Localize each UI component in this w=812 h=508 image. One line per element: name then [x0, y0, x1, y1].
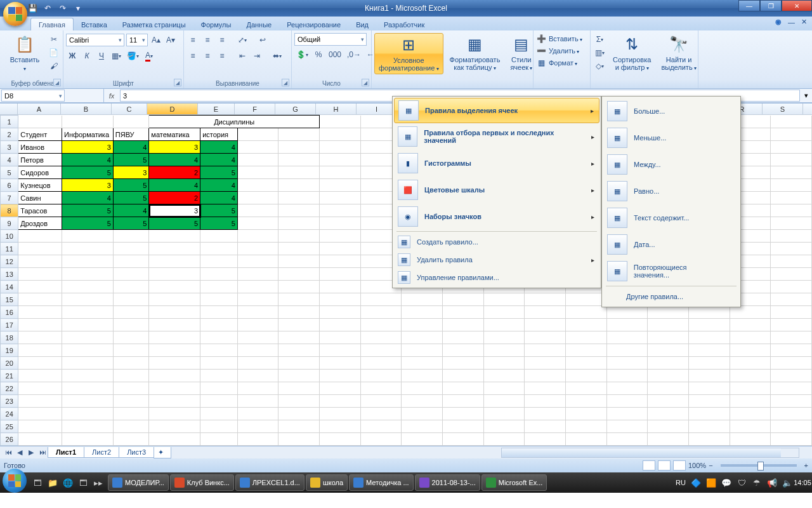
- cell-E2[interactable]: история: [200, 128, 238, 141]
- cell-S14[interactable]: [771, 281, 812, 293]
- cell-G12[interactable]: [278, 255, 320, 268]
- cell-B15[interactable]: [62, 293, 113, 306]
- cell-M16[interactable]: [525, 306, 566, 319]
- cell-F4[interactable]: [237, 154, 278, 166]
- cell-G10[interactable]: [278, 230, 320, 243]
- cell-H7[interactable]: [320, 192, 361, 204]
- cell-A21[interactable]: [18, 370, 62, 382]
- office-button[interactable]: [3, 2, 27, 26]
- cell-P23[interactable]: [648, 395, 689, 408]
- cell-G3[interactable]: [278, 141, 320, 154]
- cell-H14[interactable]: [320, 281, 361, 293]
- row-header-16[interactable]: 16: [1, 306, 18, 319]
- cell-Q24[interactable]: [688, 408, 730, 420]
- cell-A15[interactable]: [18, 293, 62, 306]
- cell-A2[interactable]: Студент: [18, 128, 62, 141]
- cell-C21[interactable]: [113, 370, 149, 382]
- cell-K19[interactable]: [443, 344, 484, 357]
- cell-C5[interactable]: 3: [113, 166, 149, 179]
- menu-highlight-cells-rules[interactable]: ▦Правила выделения ячеек▸: [394, 98, 599, 123]
- cell-J26[interactable]: [402, 433, 443, 446]
- cell-G4[interactable]: [278, 154, 320, 166]
- cell-C13[interactable]: [113, 268, 149, 281]
- cell-S23[interactable]: [771, 395, 812, 408]
- cell-Q20[interactable]: [688, 357, 730, 370]
- quicklaunch-icon-4[interactable]: ▸▸: [91, 476, 105, 490]
- cell-H22[interactable]: [320, 382, 361, 395]
- cell-F26[interactable]: [237, 433, 278, 446]
- cell-S26[interactable]: [771, 433, 812, 446]
- row-header-17[interactable]: 17: [1, 319, 18, 331]
- cell-I24[interactable]: [360, 408, 402, 420]
- cell-K20[interactable]: [443, 357, 484, 370]
- cell-C25[interactable]: [113, 420, 149, 433]
- cell-G21[interactable]: [278, 370, 320, 382]
- menu-icon-sets[interactable]: ◉Наборы значков▸: [394, 203, 599, 230]
- cell-G20[interactable]: [278, 357, 320, 370]
- cell-G25[interactable]: [278, 420, 320, 433]
- font-name-combo[interactable]: Calibri: [66, 34, 124, 46]
- cell-A4[interactable]: Петорв: [18, 154, 62, 166]
- ribbon-tab-formulas[interactable]: Формулы: [193, 18, 239, 30]
- cell-F15[interactable]: [237, 293, 278, 306]
- cell-P25[interactable]: [648, 420, 689, 433]
- menu-clear-rules[interactable]: ▦Удалить правила▸: [394, 251, 599, 269]
- cell-N24[interactable]: [566, 408, 607, 420]
- cell-K26[interactable]: [443, 433, 484, 446]
- row-header-11[interactable]: 11: [1, 243, 18, 255]
- cell-K18[interactable]: [443, 331, 484, 344]
- font-dialog-launcher[interactable]: ◢: [174, 79, 181, 86]
- cell-M25[interactable]: [525, 420, 566, 433]
- cell-K24[interactable]: [443, 408, 484, 420]
- cell-L23[interactable]: [483, 395, 525, 408]
- cell-B13[interactable]: [62, 268, 113, 281]
- cell-A18[interactable]: [18, 331, 62, 344]
- cell-L19[interactable]: [483, 344, 525, 357]
- formula-bar-expand-icon[interactable]: ▾: [801, 89, 812, 102]
- cell-I25[interactable]: [360, 420, 402, 433]
- cell-F6[interactable]: [237, 179, 278, 192]
- cell-M18[interactable]: [525, 331, 566, 344]
- sheet-nav-last-icon[interactable]: ⏭: [37, 448, 48, 457]
- sheet-tab-2[interactable]: Лист2: [84, 447, 119, 458]
- cell-O26[interactable]: [606, 433, 648, 446]
- cell-B19[interactable]: [62, 344, 113, 357]
- percent-format-icon[interactable]: %: [312, 48, 325, 61]
- sheet-tab-3[interactable]: Лист3: [119, 447, 154, 458]
- cell-R23[interactable]: [730, 395, 771, 408]
- submenu-between[interactable]: ▦Между...: [603, 151, 739, 178]
- number-dialog-launcher[interactable]: ◢: [362, 79, 369, 86]
- cell-C14[interactable]: [113, 281, 149, 293]
- delete-cells-button[interactable]: ➖Удалить: [536, 45, 582, 57]
- cell-E5[interactable]: 5: [200, 166, 238, 179]
- italic-button[interactable]: К: [81, 50, 93, 62]
- menu-data-bars[interactable]: ▮Гистограммы▸: [394, 150, 599, 177]
- taskbar-item-4[interactable]: Методичка ...: [349, 474, 414, 491]
- cell-J20[interactable]: [402, 357, 443, 370]
- cell-G18[interactable]: [278, 331, 320, 344]
- col-header-G[interactable]: G: [275, 104, 316, 114]
- cell-G17[interactable]: [278, 319, 320, 331]
- cell-S20[interactable]: [771, 357, 812, 370]
- cell-H11[interactable]: [320, 243, 361, 255]
- cell-I23[interactable]: [360, 395, 402, 408]
- cell-B21[interactable]: [62, 370, 113, 382]
- cell-J22[interactable]: [402, 382, 443, 395]
- cell-G2[interactable]: [278, 128, 320, 141]
- cell-D6[interactable]: 4: [149, 179, 200, 192]
- cell-A25[interactable]: [18, 420, 62, 433]
- tray-icon-1[interactable]: 🟧: [704, 476, 718, 490]
- cell-F22[interactable]: [237, 382, 278, 395]
- cell-E6[interactable]: 4: [200, 179, 238, 192]
- cell-S11[interactable]: [771, 243, 812, 255]
- cell-N26[interactable]: [566, 433, 607, 446]
- select-all-corner[interactable]: [0, 104, 18, 114]
- cell-N15[interactable]: [566, 293, 607, 306]
- cell-H4[interactable]: [320, 154, 361, 166]
- cell-S18[interactable]: [771, 331, 812, 344]
- row-header-26[interactable]: 26: [1, 433, 18, 446]
- cell-F5[interactable]: [237, 166, 278, 179]
- window-maximize-button[interactable]: ❐: [760, 0, 782, 11]
- cell-E16[interactable]: [200, 306, 238, 319]
- cell-O23[interactable]: [606, 395, 648, 408]
